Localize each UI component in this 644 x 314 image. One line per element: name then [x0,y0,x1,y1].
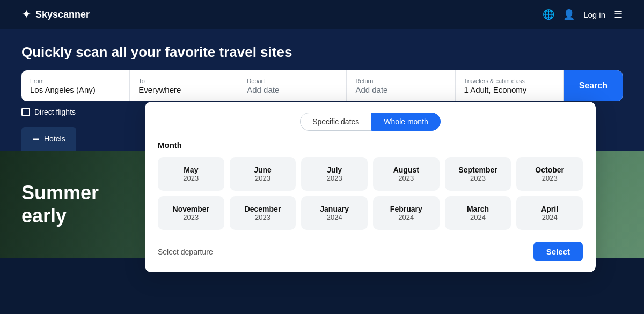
select-departure-label: Select departure [158,248,213,256]
datepicker-footer: Select departure Select [158,240,583,261]
return-label: Return [355,78,446,84]
promo-text-line1: Summer [21,181,99,204]
return-value: Add date [355,85,446,94]
month-card-5[interactable]: October2023 [516,157,583,191]
month-year: 2024 [378,213,434,221]
month-card-6[interactable]: November2023 [158,196,224,230]
direct-flights-checkbox[interactable] [21,108,30,116]
to-value: Everywhere [138,85,229,94]
month-card-7[interactable]: December2023 [230,196,296,230]
month-name: November [163,205,219,213]
month-card-3[interactable]: August2023 [373,157,440,191]
month-card-9[interactable]: February2024 [373,196,440,230]
logo: ✦ Skyscanner [21,8,90,21]
from-field[interactable]: From Los Angeles (Any) [21,70,130,101]
month-name: October [522,166,577,174]
hero-title: Quickly scan all your favorite travel si… [21,44,623,61]
month-year: 2023 [450,174,506,182]
date-toggle: Specific dates Whole month [158,113,583,131]
month-name: September [450,166,506,174]
to-label: To [138,78,229,84]
select-button[interactable]: Select [533,242,583,261]
direct-flights-label: Direct flights [34,108,76,116]
month-card-8[interactable]: January2024 [301,196,368,230]
from-value: Los Angeles (Any) [30,85,121,94]
travelers-value: 1 Adult, Economy [464,85,555,94]
depart-field[interactable]: Depart Add date [238,70,347,101]
month-section-label: Month [158,140,583,149]
month-name: July [306,166,362,174]
bed-icon: 🛏 [32,134,40,143]
specific-dates-button[interactable]: Specific dates [300,113,371,131]
promo-text-line2: early [21,204,99,227]
months-grid: May2023June2023July2023August2023Septemb… [158,157,583,230]
search-button[interactable]: Search [564,70,623,101]
depart-value: Add date [247,85,338,94]
header-right: 🌐 👤 Log in ☰ [543,9,623,20]
month-year: 2023 [378,174,434,182]
month-card-0[interactable]: May2023 [158,157,224,191]
datepicker-dropdown: Specific dates Whole month Month May2023… [145,102,596,272]
month-year: 2023 [235,213,291,221]
login-button[interactable]: Log in [583,10,605,19]
month-name: August [378,166,434,174]
month-card-4[interactable]: September2023 [445,157,511,191]
skyscanner-logo-icon: ✦ [21,8,31,21]
header: ✦ Skyscanner 🌐 👤 Log in ☰ [0,0,644,29]
month-name: February [378,205,434,213]
return-field[interactable]: Return Add date [347,70,455,101]
globe-icon[interactable]: 🌐 [543,9,554,20]
logo-text: Skyscanner [35,9,90,20]
hotels-tab-label: Hotels [44,134,65,143]
month-card-11[interactable]: April2024 [516,196,583,230]
depart-label: Depart [247,78,338,84]
menu-icon[interactable]: ☰ [614,9,623,20]
from-label: From [30,78,121,84]
month-year: 2024 [450,213,506,221]
month-name: January [306,205,362,213]
month-name: April [522,205,577,213]
month-card-1[interactable]: June2023 [230,157,296,191]
search-bar: From Los Angeles (Any) To Everywhere Dep… [21,70,623,101]
month-year: 2023 [163,174,219,182]
user-icon[interactable]: 👤 [563,9,575,20]
month-name: March [450,205,506,213]
whole-month-button[interactable]: Whole month [371,113,440,131]
to-field[interactable]: To Everywhere [130,70,238,101]
month-name: May [163,166,219,174]
month-year: 2023 [235,174,291,182]
month-name: December [235,205,291,213]
travelers-label: Travelers & cabin class [464,78,555,84]
month-year: 2023 [306,174,362,182]
month-card-2[interactable]: July2023 [301,157,368,191]
month-year: 2023 [163,213,219,221]
month-name: June [235,166,291,174]
month-year: 2024 [306,213,362,221]
month-year: 2024 [522,213,577,221]
travelers-field[interactable]: Travelers & cabin class 1 Adult, Economy [456,70,564,101]
month-year: 2023 [522,174,577,182]
month-card-10[interactable]: March2024 [445,196,511,230]
hotels-tab[interactable]: 🛏 Hotels [21,127,76,151]
